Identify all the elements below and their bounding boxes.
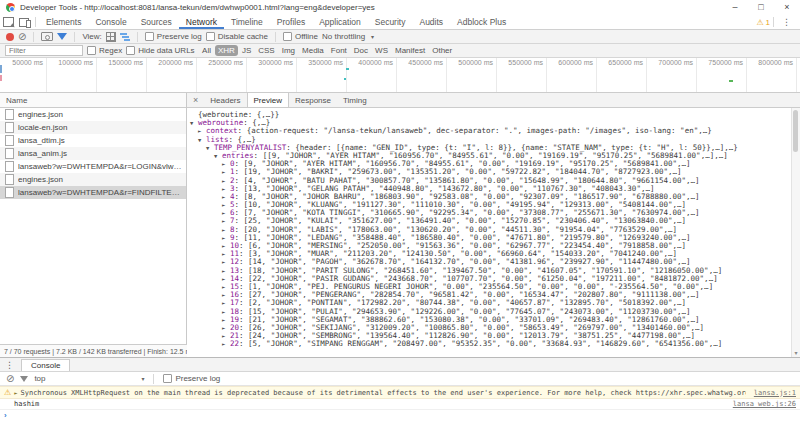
expand-arrow-icon[interactable]: ► — [222, 201, 230, 209]
maximize-button[interactable]: □ — [748, 0, 774, 15]
close-details-button[interactable]: × — [187, 93, 204, 107]
expand-arrow-icon[interactable]: ► — [222, 168, 230, 176]
waterfall-view-icon[interactable] — [120, 33, 130, 41]
expand-arrow-icon[interactable]: ► — [222, 217, 230, 225]
type-filter-css[interactable]: CSS — [255, 45, 277, 56]
details-tab-preview[interactable]: Preview — [247, 93, 289, 107]
device-toolbar-button[interactable] — [16, 15, 32, 29]
console-prompt[interactable]: › — [0, 410, 800, 421]
expand-arrow-icon[interactable]: ► — [222, 160, 230, 168]
execution-context-select[interactable]: top ▾ — [34, 374, 144, 383]
drawer-tab-console[interactable]: Console — [21, 359, 70, 371]
drawer-overflow-menu-button[interactable]: ⋮ — [0, 358, 19, 371]
expand-arrow-icon[interactable]: ► — [198, 127, 206, 135]
tab-audits[interactable]: Audits — [412, 15, 450, 29]
expand-arrow-icon[interactable]: ► — [222, 209, 230, 217]
inspect-element-button[interactable] — [0, 15, 16, 29]
regex-checkbox[interactable]: Regex — [87, 46, 122, 55]
request-list-header[interactable]: Name — [0, 93, 186, 108]
expand-arrow-icon[interactable]: ► — [222, 340, 230, 348]
ruler-gridline — [146, 58, 147, 92]
request-row[interactable]: locale-en.json — [0, 121, 186, 134]
type-filter-font[interactable]: Font — [328, 45, 350, 56]
expand-arrow-icon[interactable]: ► — [222, 299, 230, 307]
type-filter-img[interactable]: Img — [279, 45, 298, 56]
offline-checkbox[interactable]: Offline — [283, 32, 318, 41]
tab-adblock-plus[interactable]: Adblock Plus — [450, 15, 513, 29]
expand-arrow-icon[interactable]: ► — [222, 324, 230, 332]
request-row[interactable]: engines.json — [0, 173, 186, 186]
tab-timeline[interactable]: Timeline — [224, 15, 270, 29]
close-window-button[interactable]: × — [774, 0, 800, 15]
preview-scrollbar[interactable]: ▾ — [791, 108, 800, 357]
request-row[interactable]: lansaweb?w=DWHTEMPDA&r=LOGIN&vlweb=1&par… — [0, 160, 186, 173]
tab-console[interactable]: Console — [88, 15, 133, 29]
expand-arrow-icon[interactable]: ► — [222, 226, 230, 234]
tab-profiles[interactable]: Profiles — [270, 15, 312, 29]
minimize-button[interactable]: – — [722, 0, 748, 15]
overflow-menu-button[interactable]: ⋮ — [777, 17, 796, 27]
throttling-select[interactable]: No throttling▾ — [322, 32, 374, 41]
log-source-link[interactable]: lansa_web.js:26 — [733, 400, 796, 408]
type-filter-other[interactable]: Other — [429, 45, 455, 56]
collapse-arrow-icon[interactable]: ▼ — [198, 136, 206, 144]
type-filter-js[interactable]: JS — [239, 45, 254, 56]
collapse-arrow-icon[interactable]: ▼ — [214, 152, 222, 160]
grid-view-icon[interactable] — [106, 32, 116, 42]
tree-line[interactable]: ►context: {action-request: "/lansa-tekun… — [187, 127, 792, 135]
preserve-log-checkbox[interactable]: Preserve log — [145, 32, 202, 41]
request-row[interactable]: engines.json — [0, 108, 186, 121]
expand-arrow-icon[interactable]: ► — [222, 185, 230, 193]
expand-arrow-icon[interactable]: ► — [14, 390, 17, 396]
details-tab-headers[interactable]: Headers — [204, 93, 246, 107]
type-filter-doc[interactable]: Doc — [351, 45, 371, 56]
expand-arrow-icon[interactable]: ► — [222, 193, 230, 201]
expand-arrow-icon[interactable]: ► — [222, 258, 230, 266]
warnings-badge[interactable]: ⚠ 1 — [756, 18, 770, 27]
tab-sources[interactable]: Sources — [134, 15, 179, 29]
record-button[interactable] — [6, 33, 14, 41]
type-filter-all[interactable]: All — [199, 45, 214, 56]
scroll-down-icon[interactable]: ▾ — [792, 349, 800, 357]
details-tab-response[interactable]: Response — [289, 93, 337, 107]
expand-arrow-icon[interactable]: ► — [222, 316, 230, 324]
capture-screenshots-icon[interactable] — [41, 32, 53, 41]
console-clear-button[interactable]: ⊘ — [6, 374, 14, 384]
expand-arrow-icon[interactable]: ► — [222, 177, 230, 185]
type-filter-xhr[interactable]: XHR — [215, 45, 238, 56]
expand-arrow-icon[interactable]: ► — [222, 234, 230, 242]
tab-elements[interactable]: Elements — [39, 15, 88, 29]
request-row[interactable]: lansa_dtim.js — [0, 134, 186, 147]
filter-funnel-icon[interactable] — [57, 33, 67, 40]
chevron-down-icon: ▾ — [371, 33, 374, 40]
request-row[interactable]: lansa_anim.js — [0, 147, 186, 160]
expand-arrow-icon[interactable]: ► — [222, 275, 230, 283]
tree-line[interactable]: ►22: [5, "JOHOR", "SIMPANG RENGGAM", "20… — [187, 340, 792, 348]
type-filter-ws[interactable]: WS — [372, 45, 391, 56]
scrollbar-thumb[interactable] — [793, 110, 798, 152]
filter-input[interactable] — [5, 45, 83, 56]
request-row[interactable]: lansaweb?w=DWHTEMPDA&r=FINDFILTER2&vlweb… — [0, 186, 186, 199]
console-preserve-log-checkbox[interactable]: Preserve log — [163, 374, 220, 383]
details-tab-timing[interactable]: Timing — [337, 93, 373, 107]
network-overview-ruler[interactable]: 50000 ms100000 ms150000 ms200000 ms25000… — [0, 58, 800, 93]
tab-network[interactable]: Network — [179, 15, 224, 29]
console-filter-icon[interactable] — [20, 376, 28, 382]
type-filter-manifest[interactable]: Manifest — [392, 45, 428, 56]
collapse-arrow-icon[interactable]: ▼ — [190, 119, 198, 127]
clear-button[interactable]: ⊘ — [18, 32, 26, 42]
hide-data-urls-checkbox[interactable]: Hide data URLs — [126, 46, 194, 55]
tab-application[interactable]: Application — [312, 15, 368, 29]
expand-arrow-icon[interactable]: ► — [222, 250, 230, 258]
type-filter-media[interactable]: Media — [299, 45, 327, 56]
disable-cache-checkbox[interactable]: Disable cache — [206, 32, 268, 41]
expand-arrow-icon[interactable]: ► — [222, 267, 230, 275]
expand-arrow-icon[interactable]: ► — [222, 242, 230, 250]
expand-arrow-icon[interactable]: ► — [222, 332, 230, 340]
tab-security[interactable]: Security — [368, 15, 413, 29]
expand-arrow-icon[interactable]: ► — [222, 291, 230, 299]
expand-arrow-icon[interactable]: ► — [222, 283, 230, 291]
collapse-arrow-icon[interactable]: ▼ — [206, 144, 214, 152]
warning-source-link[interactable]: lansa.js:1 — [754, 389, 796, 397]
expand-arrow-icon[interactable]: ► — [222, 308, 230, 316]
